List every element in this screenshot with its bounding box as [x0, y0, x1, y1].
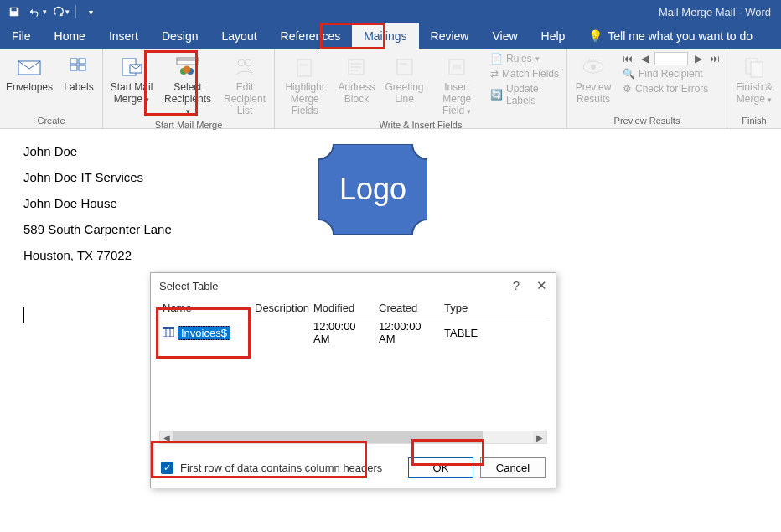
qat-divider: [75, 5, 76, 18]
col-type[interactable]: Type: [441, 298, 491, 318]
svg-rect-4: [79, 65, 85, 70]
svg-point-13: [245, 59, 251, 66]
svg-rect-30: [163, 327, 174, 329]
svg-rect-7: [177, 58, 199, 65]
envelopes-button[interactable]: Envelopes: [5, 52, 54, 96]
group-write-label: Write & Insert Fields: [280, 118, 561, 131]
row-name-cell: Invoices$: [159, 324, 251, 342]
last-record-icon[interactable]: ⏭: [708, 52, 722, 65]
svg-rect-3: [70, 65, 77, 70]
prev-record-icon[interactable]: ◀: [638, 52, 651, 65]
record-number-input[interactable]: [654, 52, 688, 65]
start-mail-merge-icon: [118, 54, 145, 80]
tell-me-search[interactable]: 💡 Tell me what you want to do: [577, 23, 764, 49]
scroll-right-icon[interactable]: ▶: [533, 431, 546, 443]
logo-shape: Logo: [318, 144, 427, 235]
scroll-thumb[interactable]: [173, 431, 483, 443]
address-block-button[interactable]: AddressBlock: [336, 52, 376, 107]
first-row-headers-label: First row of data contains column header…: [180, 462, 382, 474]
tab-references[interactable]: References: [269, 23, 353, 49]
horizontal-scrollbar[interactable]: ◀ ▶: [159, 431, 547, 444]
cancel-button[interactable]: Cancel: [480, 457, 546, 478]
svg-point-12: [238, 59, 245, 66]
check-errors-button[interactable]: ⚙Check for Errors: [621, 82, 722, 96]
finish-merge-button[interactable]: Finish &Merge ▾: [732, 52, 776, 107]
insert-merge-field-button[interactable]: Insert MergeField ▾: [432, 52, 482, 118]
col-modified[interactable]: Modified: [310, 298, 375, 318]
rules-icon: 📄: [490, 53, 503, 65]
dialog-body: Name Description Modified Created Type I…: [151, 298, 556, 449]
undo-icon[interactable]: ▾: [28, 3, 47, 21]
group-preview-label: Preview Results: [572, 114, 722, 127]
write-insert-small-buttons: 📄Rules▾ ⇄Match Fields 🔄Update Labels: [489, 52, 561, 107]
redo-icon[interactable]: ▾: [52, 3, 70, 21]
dialog-titlebar: Select Table ? ✕: [151, 273, 556, 298]
record-navigation: ⏮ ◀ ▶ ⏭: [621, 52, 722, 65]
text-cursor: [23, 307, 24, 323]
ok-button[interactable]: OK: [408, 457, 473, 478]
group-write-insert: HighlightMerge Fields AddressBlock Greet…: [275, 49, 567, 128]
select-recipients-button[interactable]: SelectRecipients ▾: [162, 52, 214, 118]
row-mod-cell: 12:00:00 AM: [310, 318, 375, 347]
col-created[interactable]: Created: [375, 298, 441, 318]
svg-rect-28: [751, 62, 763, 77]
tab-mailings[interactable]: Mailings: [352, 23, 418, 49]
edit-recipient-list-icon: [231, 54, 258, 80]
first-row-headers-checkbox[interactable]: ✓: [161, 462, 173, 474]
doc-line-2: John Doe IT Services: [23, 170, 172, 184]
help-icon[interactable]: ?: [513, 278, 520, 293]
tab-insert[interactable]: Insert: [97, 23, 150, 49]
title-bar: ▾ ▾ ▾ Mail Merge Mail - Word: [0, 0, 781, 23]
select-recipients-icon: [174, 54, 201, 80]
edit-recipient-list-button[interactable]: EditRecipient List: [220, 52, 269, 118]
tab-help[interactable]: Help: [530, 23, 577, 49]
tab-file[interactable]: File: [0, 23, 43, 49]
col-description[interactable]: Description: [251, 298, 310, 318]
group-finish-label: Finish: [732, 114, 776, 127]
update-labels-icon: 🔄: [490, 89, 503, 101]
highlight-icon: [292, 54, 318, 80]
col-name[interactable]: Name: [159, 298, 251, 318]
svg-rect-2: [79, 59, 85, 64]
labels-button[interactable]: Labels: [60, 52, 97, 96]
labels-icon: [65, 54, 92, 80]
rules-button[interactable]: 📄Rules▾: [489, 52, 561, 65]
preview-results-button[interactable]: ABC PreviewResults: [572, 52, 614, 107]
tell-me-label: Tell me what you want to do: [608, 29, 753, 43]
preview-results-icon: ABC: [580, 54, 607, 80]
group-create-label: Create: [5, 114, 97, 127]
match-fields-button[interactable]: ⇄Match Fields: [489, 67, 561, 80]
logo-text: Logo: [339, 172, 406, 206]
highlight-merge-fields-button[interactable]: HighlightMerge Fields: [280, 52, 329, 118]
tab-view[interactable]: View: [480, 23, 529, 49]
tab-home[interactable]: Home: [43, 23, 97, 49]
row-desc-cell: [251, 331, 310, 334]
row-name-value: Invoices$: [178, 326, 230, 340]
close-icon[interactable]: ✕: [536, 278, 547, 293]
row-created-cell: 12:00:00 AM: [375, 318, 441, 347]
preview-nav-column: ⏮ ◀ ▶ ⏭ 🔍Find Recipient ⚙Check for Error…: [621, 52, 722, 96]
qat-customize-icon[interactable]: ▾: [81, 3, 100, 21]
address-block-icon: [343, 54, 370, 80]
group-start-mm-label: Start Mail Merge: [108, 118, 269, 131]
svg-point-25: [591, 65, 596, 70]
scroll-left-icon[interactable]: ◀: [160, 431, 173, 443]
first-record-icon[interactable]: ⏮: [621, 52, 634, 65]
greeting-line-button[interactable]: GreetingLine: [384, 52, 426, 107]
finish-merge-icon: [741, 54, 768, 80]
ribbon: Envelopes Labels Create Start MailMerge …: [0, 49, 781, 129]
window-title: Mail Merge Mail - Word: [659, 6, 781, 18]
find-recipient-button[interactable]: 🔍Find Recipient: [621, 67, 722, 80]
lightbulb-icon: 💡: [588, 29, 603, 43]
dialog-title-label: Select Table: [159, 280, 219, 292]
next-record-icon[interactable]: ▶: [691, 52, 705, 65]
tab-design[interactable]: Design: [150, 23, 210, 49]
tab-review[interactable]: Review: [419, 23, 481, 49]
start-mail-merge-button[interactable]: Start MailMerge ▾: [108, 52, 155, 107]
update-labels-button[interactable]: 🔄Update Labels: [489, 82, 561, 107]
table-row[interactable]: Invoices$ 12:00:00 AM 12:00:00 AM TABLE: [159, 318, 547, 347]
svg-rect-20: [397, 59, 412, 75]
save-icon[interactable]: [5, 3, 23, 21]
tab-layout[interactable]: Layout: [210, 23, 269, 49]
group-finish: Finish &Merge ▾ Finish: [727, 49, 781, 128]
